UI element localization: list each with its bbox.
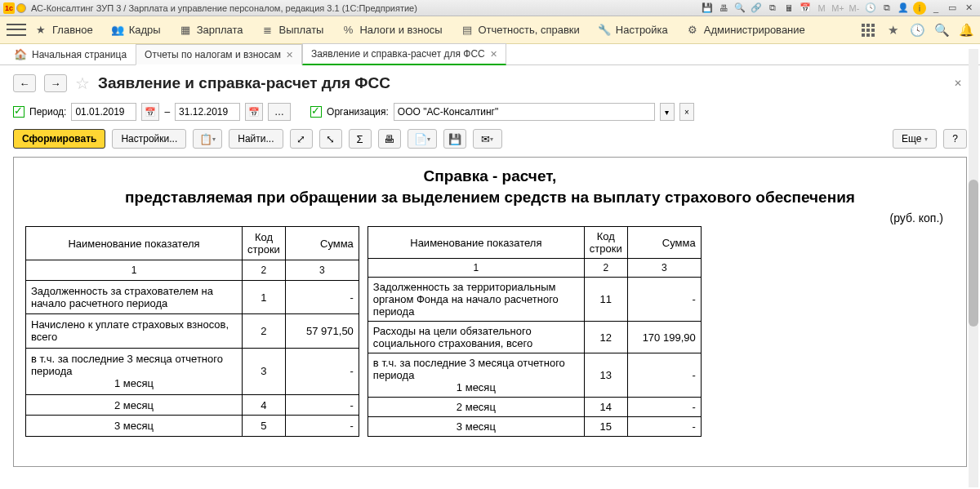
generate-button[interactable]: Сформировать (13, 129, 105, 149)
search-menu-icon[interactable]: 🔍 (934, 23, 949, 38)
table-row: в т.ч. за последние 3 месяца отчетного п… (26, 348, 359, 394)
m-minus-icon[interactable]: M- (848, 2, 861, 15)
scrollbar-thumb[interactable] (969, 180, 978, 327)
mail-button[interactable]: ✉▾ (473, 129, 502, 149)
wrench-icon: 🔧 (598, 24, 611, 37)
variants-button[interactable]: 📋▾ (193, 129, 222, 149)
calendar-to-icon[interactable]: 📅 (245, 103, 263, 121)
table-row: Расходы на цели обязательного социальног… (368, 322, 701, 353)
apps-icon[interactable] (861, 23, 875, 38)
link-icon[interactable]: 🔗 (750, 2, 763, 15)
col-name: Наименование показателя (26, 227, 243, 260)
minimize-icon[interactable]: _ (929, 2, 942, 15)
date-to-input[interactable] (175, 103, 240, 121)
save-icon[interactable]: 💾 (701, 2, 714, 15)
menu-nastroyka[interactable]: 🔧Настройка (598, 24, 668, 37)
menubar: ★Главное 👥Кадры ▦Зарплата ≣Выплаты %Нало… (0, 16, 980, 44)
user-icon[interactable]: 👤 (897, 2, 910, 15)
org-checkbox[interactable] (310, 106, 322, 118)
more-button[interactable]: Еще ▾ (893, 129, 937, 149)
menu-otchet[interactable]: ▤Отчетность, справки (461, 24, 580, 37)
scrollbar[interactable] (969, 49, 978, 487)
gear-icon: ⚙ (686, 24, 699, 37)
col-code: Код строки (243, 227, 286, 260)
star-icon: ★ (34, 24, 47, 37)
calendar-from-icon[interactable]: 📅 (141, 103, 159, 121)
collapse-button[interactable]: ⤡ (319, 129, 342, 149)
compare-icon[interactable]: ⧉ (766, 2, 779, 15)
page-header: ← → ☆ Заявление и справка-расчет для ФСС… (0, 65, 980, 100)
col-sum: Сумма (627, 227, 701, 259)
org-dropdown-icon[interactable]: ▾ (660, 103, 675, 121)
tab-home[interactable]: 🏠Начальная страница (5, 43, 136, 64)
menu-main[interactable]: ★Главное (34, 24, 93, 37)
tab-reports[interactable]: Отчеты по налогам и взносам✕ (136, 44, 302, 65)
settings-button[interactable]: Настройки... (112, 129, 186, 149)
table-row: 3 месяц15- (368, 417, 701, 437)
doc-icon: ▤ (461, 24, 474, 37)
bell-icon[interactable]: 🔔 (959, 23, 973, 38)
period-checkbox[interactable] (13, 106, 24, 118)
print-icon[interactable]: 🖶 (717, 2, 730, 15)
toolbar: Сформировать Настройки... 📋▾ Найти... ⤢ … (0, 124, 980, 153)
calendar-icon[interactable]: 📅 (799, 2, 812, 15)
info-icon[interactable]: i (913, 2, 926, 15)
tab-fss[interactable]: Заявление и справка-расчет для ФСС✕ (302, 43, 506, 65)
report-table-right: Наименование показателяКод строкиСумма 1… (368, 226, 702, 437)
report-area: Справка - расчет, представляемая при обр… (13, 157, 967, 467)
clock-icon[interactable]: 🕓 (864, 2, 877, 15)
app-menu-dropdown[interactable] (16, 3, 26, 13)
star-fav-icon[interactable]: ★ (885, 23, 900, 38)
table-icon: ▦ (179, 24, 192, 37)
org-input[interactable] (394, 103, 655, 121)
menu-vyplaty[interactable]: ≣Выплаты (261, 24, 324, 37)
burger-icon[interactable] (7, 22, 26, 38)
history-icon[interactable]: 🕓 (910, 23, 924, 38)
fav-star-icon[interactable]: ☆ (75, 73, 90, 93)
export-button[interactable]: 📄▾ (408, 129, 437, 149)
m-icon[interactable]: M (815, 2, 828, 15)
menu-kadry[interactable]: 👥Кадры (111, 24, 161, 37)
help-button[interactable]: ? (943, 129, 967, 149)
currency-label: (руб. коп.) (25, 211, 943, 224)
table-row: в т.ч. за последние 3 месяца отчетного п… (368, 353, 701, 398)
page-close-icon[interactable]: ✕ (954, 78, 962, 89)
date-from-input[interactable] (71, 103, 136, 121)
table-row: Начислено к уплате страховых взносов, вс… (26, 314, 359, 348)
nav-back[interactable]: ← (13, 74, 36, 92)
search-icon[interactable]: 🔍 (733, 2, 746, 15)
close-icon[interactable]: ✕ (962, 2, 975, 15)
period-select-button[interactable]: … (268, 103, 291, 121)
filters: Период: 📅 – 📅 … Организация: ▾ × (0, 100, 980, 124)
percent-icon: % (341, 24, 354, 37)
tabs: 🏠Начальная страница Отчеты по налогам и … (0, 44, 980, 65)
m-plus-icon[interactable]: M+ (831, 2, 844, 15)
tab-close-icon[interactable]: ✕ (490, 49, 497, 60)
table-row: Задолженность за территориальным органом… (368, 278, 701, 322)
print-button[interactable]: 🖶 (378, 129, 401, 149)
expand-button[interactable]: ⤢ (290, 129, 313, 149)
sum-button[interactable]: Σ (349, 129, 372, 149)
table-row: 2 месяц14- (368, 398, 701, 417)
tab-close-icon[interactable]: ✕ (286, 50, 293, 60)
menu-nalogi[interactable]: %Налоги и взносы (341, 24, 442, 37)
org-clear-icon[interactable]: × (679, 103, 694, 121)
col-code: Код строки (584, 227, 627, 259)
maximize-icon[interactable]: ▭ (946, 2, 959, 15)
page-title: Заявление и справка-расчет для ФСС (98, 74, 390, 92)
nav-fwd[interactable]: → (44, 74, 67, 92)
windows-icon[interactable]: ⧉ (880, 2, 893, 15)
find-button[interactable]: Найти... (229, 129, 283, 149)
app-logo: 1c (3, 2, 15, 14)
menu-zarplata[interactable]: ▦Зарплата (179, 24, 243, 37)
people-icon: 👥 (111, 24, 124, 37)
calc-icon[interactable]: 🖩 (782, 2, 795, 15)
col-sum: Сумма (285, 227, 359, 260)
save-report-button[interactable]: 💾 (443, 129, 466, 149)
menu-admin[interactable]: ⚙Администрирование (686, 24, 805, 37)
list-icon: ≣ (261, 24, 274, 37)
report-table-left: Наименование показателяКод строкиСумма 1… (25, 226, 359, 437)
table-row: 3 месяц5- (26, 416, 359, 437)
report-title-2: представляемая при обращении за выделени… (25, 189, 955, 207)
org-label: Организация: (327, 106, 389, 118)
